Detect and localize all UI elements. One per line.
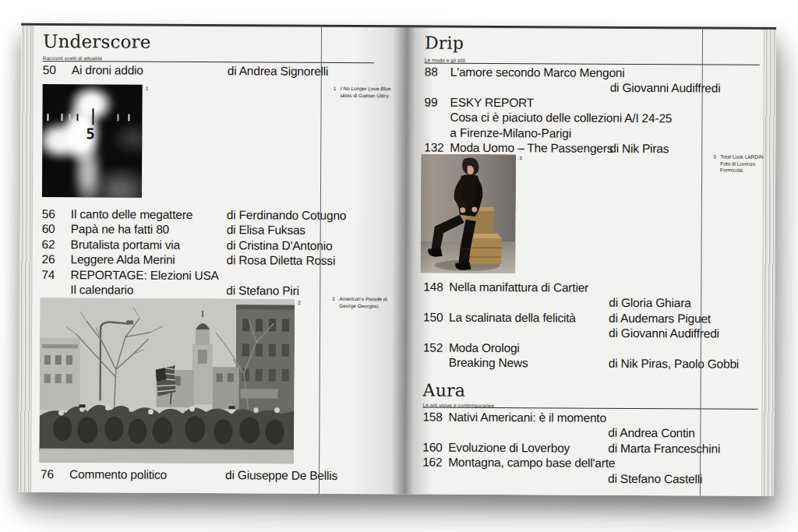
entry-title: Leggere Alda Merini: [70, 252, 175, 267]
fashion-photo: [420, 154, 516, 274]
toc-entry: 60 Papà ne ha fatti 80 di Elisa Fuksas: [42, 222, 385, 239]
right-page: Drip Le mode e gli stili 88 L'amore seco…: [396, 25, 764, 495]
section-title-aura: Aura: [423, 381, 466, 400]
entry-author: di Stefano Piri: [226, 284, 299, 298]
street: [39, 449, 294, 464]
image-caption-2: 2American's Parade di George Georgiou.: [332, 296, 395, 309]
toc-group: 88 L'amore secondo Marco Mengoni di Giov…: [424, 65, 760, 158]
mid-house-2: [213, 367, 239, 409]
entry-number: 76: [41, 467, 54, 481]
image-marker-3: 3: [519, 155, 522, 160]
toc-entry: Breaking News di Nik Piras, Paolo Gobbi: [423, 356, 758, 373]
toc-group: 148 Nella manifattura di Cartier di Glor…: [423, 280, 759, 373]
caption-number: 2: [332, 296, 335, 303]
entry-number: 99: [425, 95, 438, 109]
magazine-spread: Underscore Racconti scelti di attualità …: [19, 23, 776, 496]
screenshot-stage: Underscore Racconti scelti di attualità …: [0, 0, 798, 532]
entry-number: 152: [423, 340, 443, 354]
entry-author: di Stefano Castelli: [608, 471, 702, 486]
toc-entry: 50 Ai droni addio di Andrea Signorelli: [43, 63, 386, 80]
entry-title: Montagna, campo base dell'arte: [448, 456, 615, 470]
caption-credit: di Gaëtan Uldry.: [351, 93, 389, 98]
toc-entry: 74 REPORTAGE: Elezioni USA: [41, 268, 384, 285]
section-title-drip: Drip: [425, 33, 464, 53]
entry-title: Brutalista portami via: [71, 238, 180, 252]
tick-mark: [117, 114, 118, 121]
right-shin: [458, 248, 470, 264]
toc-group: 158 Nativi Americani: è il momento di An…: [422, 410, 758, 488]
section-title-underscore: Underscore: [43, 31, 151, 52]
entry-author: di Giovanni Audiffredi: [609, 326, 719, 341]
entry-title: La scalinata della felicità: [449, 311, 576, 326]
toc-entry: 76 Commento politico di Giuseppe De Bell…: [41, 467, 383, 484]
caption-number: 3: [713, 153, 716, 160]
entry-number: 74: [41, 268, 55, 282]
toc-group: 50 Ai droni addio di Andrea Signorelli: [43, 63, 386, 80]
entry-title: Il calendario: [70, 283, 133, 297]
entry-author: di Nik Piras, Paolo Gobbi: [609, 357, 739, 372]
caption-credit: Total Look LARDINI Foto di Lorenzo Formi…: [720, 154, 764, 173]
entry-author: di Nik Piras: [609, 142, 669, 156]
entry-number: 60: [42, 222, 55, 236]
toc-entry: 26 Leggere Alda Merini di Rosa Diletta R…: [41, 252, 384, 270]
toc-entry: 162 Montagna, campo base dell'arte: [422, 456, 757, 473]
entry-number: 158: [422, 410, 442, 425]
toc-entry: 152 Moda Orologi: [423, 340, 758, 358]
thermal-readout-value: 5: [86, 125, 95, 142]
entry-title: Nella manifattura di Cartier: [449, 280, 588, 295]
entry-author: di Cristina D'Antonio: [227, 238, 333, 253]
tick-mark: [128, 115, 129, 122]
entry-title: Ai droni addio: [72, 63, 143, 77]
toc-entry: 160 Evoluzione di Loverboy di Marta Fran…: [422, 440, 757, 457]
toc-entry: di Stefano Castelli: [422, 470, 757, 488]
entry-title: Breaking News: [449, 356, 528, 371]
entry-author: di Giovanni Audiffredi: [610, 81, 721, 96]
toc-entry: 99 ESKY REPORT: [425, 95, 760, 112]
toc-entry: 158 Nativi Americani: è il momento: [422, 410, 757, 428]
entry-number: 26: [41, 252, 55, 266]
toc-entry: Cosa ci è piaciuto delle collezioni A/I …: [424, 111, 759, 128]
parade-photo: [39, 298, 295, 464]
parade-photo-illustration: [39, 298, 295, 464]
entry-title: Il canto delle megattere: [71, 207, 192, 222]
entry-author: di Andrea Signorelli: [228, 64, 329, 79]
drone-thermal-photo: 5: [42, 84, 143, 198]
caption-work-title: American's Parade: [339, 296, 382, 301]
entry-title: Papà ne ha fatti 80: [71, 223, 169, 238]
entry-title: Nativi Americani: è il momento: [448, 410, 606, 425]
page-stack-edge-right: [761, 27, 776, 496]
toc-group: 56 Il canto delle megattere di Ferdinand…: [41, 207, 385, 300]
entry-author: di Gloria Ghiara: [609, 296, 690, 311]
entry-title: REPORTAGE: Elezioni USA: [70, 268, 218, 283]
section-rule: [423, 407, 758, 410]
entry-number: 88: [425, 65, 438, 79]
entry-title: a Firenze-Milano-Parigi: [450, 125, 571, 140]
tick-mark: [69, 114, 70, 121]
entry-number: 132: [424, 141, 443, 155]
entry-author: di Rosa Diletta Rossi: [226, 253, 335, 268]
entry-title: Moda Orologi: [449, 340, 520, 354]
toc-entry: di Gloria Ghiara: [423, 295, 758, 312]
caption-number: 1: [334, 86, 337, 93]
entry-number: 160: [422, 440, 442, 454]
image-marker-2: 2: [298, 300, 301, 305]
image-marker-1: 1: [146, 86, 149, 91]
entry-title: L'amore secondo Marco Mengoni: [450, 65, 625, 80]
entry-author: di Audemars Piguet: [609, 312, 711, 326]
toc-entry: a Firenze-Milano-Parigi: [424, 125, 759, 143]
tick-mark-center: [92, 108, 94, 125]
entry-number: 148: [423, 280, 443, 294]
tick-mark: [47, 114, 48, 121]
entry-number: 150: [423, 310, 443, 324]
fashion-photo-illustration: [420, 154, 516, 274]
toc-entry: 150 La scalinata della felicità di Audem…: [423, 310, 758, 327]
toc-entry: 148 Nella manifattura di Cartier: [423, 280, 758, 298]
entry-number: 50: [43, 63, 56, 77]
entry-author: di Elisa Fuksas: [227, 224, 305, 238]
toc-entry: 56 Il canto delle megattere di Ferdinand…: [42, 207, 385, 224]
toc-group: 76 Commento politico di Giuseppe De Bell…: [41, 467, 383, 484]
entry-author: di Ferdinando Cotugno: [227, 208, 347, 223]
entry-title: Cosa ci è piaciuto delle collezioni A/I …: [450, 111, 672, 125]
entry-author: di Marta Franceschini: [608, 442, 720, 456]
entry-number: 56: [42, 207, 55, 221]
